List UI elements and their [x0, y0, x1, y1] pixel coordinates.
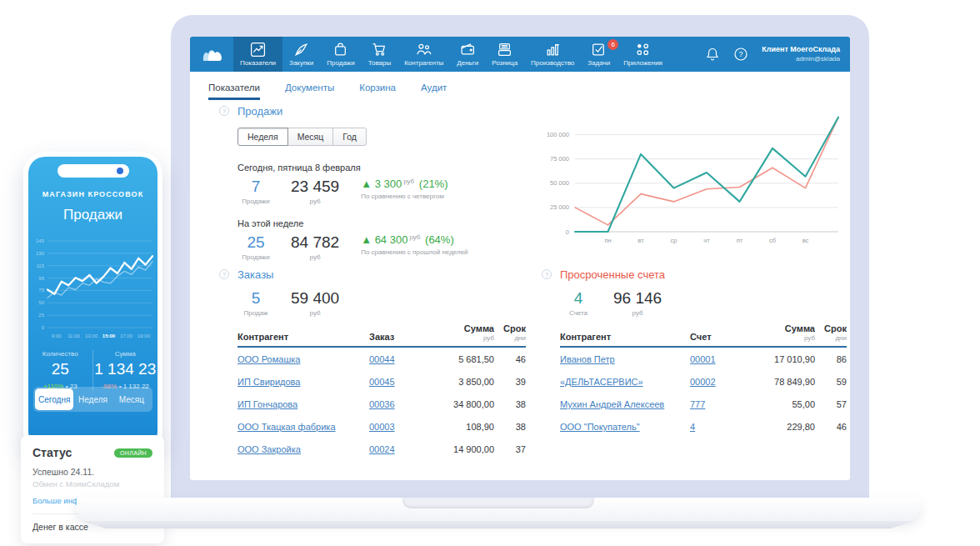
counterparty-link[interactable]: Иванов Петр — [560, 354, 615, 364]
svg-text:9:00: 9:00 — [52, 333, 62, 338]
invoice-link[interactable]: 00001 — [690, 354, 716, 364]
today-sales-count[interactable]: 7 Продажи — [238, 178, 274, 205]
phone-screen-title: Продажи — [28, 207, 158, 223]
nav-item-money[interactable]: Деньги — [450, 37, 485, 72]
order-link[interactable]: 00045 — [369, 377, 395, 387]
nav-label: Показатели — [240, 59, 276, 67]
nav-item-counterparties[interactable]: Контрагенты — [398, 37, 450, 72]
nav-label: Приложения — [623, 59, 662, 67]
nav-item-apps[interactable]: Приложения — [617, 37, 669, 72]
apps-grid-icon — [635, 42, 651, 58]
help-icon[interactable]: ? — [219, 106, 229, 116]
counterparty-link[interactable]: ООО Закройка — [238, 444, 301, 454]
notifications-bell-icon[interactable] — [705, 47, 720, 62]
counterparty-link[interactable]: ООО Ткацкая фабрика — [238, 422, 336, 432]
secondary-tabbar: Показатели Документы Корзина Аудит — [190, 72, 850, 100]
svg-text:вт: вт — [638, 237, 644, 244]
period-toggle: Неделя Месяц Год — [238, 128, 367, 146]
invoice-link[interactable]: 4 — [690, 422, 695, 432]
nav-item-indicators[interactable]: Показатели — [233, 37, 282, 72]
table-row: ИП Свиридова 00045 3 850,00 39 — [238, 370, 526, 393]
account-info[interactable]: Клиент МоегоСклада admin@sklada — [762, 45, 840, 63]
tab-audit[interactable]: Аудит — [421, 83, 447, 100]
counterparty-link[interactable]: ИП Свиридова — [238, 377, 300, 387]
purchases-icon — [293, 42, 309, 58]
counterparty-link[interactable]: ООО "Покупатель" — [560, 422, 640, 432]
overdue-count[interactable]: 4 Счета — [560, 289, 597, 317]
svg-text:75 000: 75 000 — [550, 155, 569, 163]
week-sales-count[interactable]: 25 Продажи — [238, 233, 274, 261]
nav-item-production[interactable]: Производство — [524, 37, 581, 72]
counterparty-link[interactable]: Мухин Андрей Алексеев — [560, 399, 664, 409]
tab-basket[interactable]: Корзина — [359, 83, 396, 100]
account-email: admin@sklada — [762, 55, 840, 63]
nav-item-retail[interactable]: Розница — [485, 37, 524, 72]
online-status-badge: онлайн — [114, 448, 152, 458]
nav-label: Товары — [368, 59, 392, 67]
moysklad-logo-icon[interactable] — [190, 37, 233, 72]
svg-text:17:00: 17:00 — [120, 333, 133, 338]
order-link[interactable]: 00036 — [369, 399, 395, 409]
delta-up-arrow-icon: ▲ — [361, 178, 372, 190]
overdue-table-header: Контрагент Счет Суммаруб Срокдни — [560, 323, 847, 348]
laptop-notch — [402, 498, 594, 508]
svg-text:пт: пт — [737, 237, 743, 244]
status-exchange-line: Обмен с МоимСкладом — [32, 479, 152, 488]
period-month-button[interactable]: Месяц — [288, 128, 334, 146]
delta-up-arrow-icon: ▲ — [361, 233, 372, 246]
account-name: Клиент МоегоСклада — [762, 45, 840, 54]
nav-item-goods[interactable]: Товары — [362, 37, 398, 72]
invoice-link[interactable]: 777 — [690, 399, 705, 409]
nav-label: Розница — [492, 59, 518, 67]
phone-tab-today[interactable]: Сегодня — [35, 388, 73, 410]
help-question-icon[interactable]: ? — [733, 47, 748, 62]
help-icon[interactable]: ? — [219, 269, 229, 279]
nav-item-tasks[interactable]: Задачи 6 — [581, 37, 617, 72]
table-row: Мухин Андрей Алексеев 777 55,00 57 — [560, 393, 847, 415]
svg-text:пн: пн — [604, 237, 611, 244]
table-row: ООО Ромашка 00044 5 681,50 46 — [238, 348, 526, 370]
svg-text:вс: вс — [802, 237, 809, 244]
counterparty-link[interactable]: ИП Гончарова — [238, 399, 298, 409]
counterparty-link[interactable]: «ДЕЛЬТАСЕРВИС» — [560, 377, 643, 387]
orders-section: ? Заказы 5 Продаж 59 400 руб Контрагент … — [238, 268, 526, 460]
top-navbar: Показатели Закупки Продажи Товары Контра… — [190, 37, 850, 72]
nav-item-purchases[interactable]: Закупки — [282, 37, 320, 72]
counterparty-link[interactable]: ООО Ромашка — [238, 354, 300, 364]
production-icon — [545, 42, 561, 58]
svg-text:19:00: 19:00 — [138, 333, 151, 338]
period-week-button[interactable]: Неделя — [238, 128, 288, 146]
overdue-section-title: ? Просроченные счета — [560, 268, 847, 281]
nav-item-sales[interactable]: Продажи — [320, 37, 361, 72]
table-row: ООО Ткацкая фабрика 00003 108,90 38 — [238, 415, 526, 438]
camera-dot-icon — [117, 168, 123, 174]
nav-label: Продажи — [327, 59, 354, 67]
svg-text:0: 0 — [566, 228, 569, 236]
svg-text:25: 25 — [38, 313, 44, 318]
orders-count[interactable]: 5 Продаж — [238, 289, 274, 317]
svg-text:130: 130 — [36, 251, 45, 256]
week-delta: ▲ 64 300руб (64%) По сравнению с прошлой… — [361, 233, 468, 256]
order-link[interactable]: 00003 — [369, 422, 395, 432]
money-wallet-icon — [460, 42, 476, 58]
help-icon[interactable]: ? — [542, 269, 552, 279]
order-link[interactable]: 00024 — [369, 444, 395, 454]
svg-text:0: 0 — [42, 325, 45, 330]
orders-section-title: ? Заказы — [238, 268, 526, 281]
svg-text:ср: ср — [671, 237, 678, 244]
svg-text:15:00: 15:00 — [102, 333, 116, 338]
laptop-frame: Показатели Закупки Продажи Товары Контра… — [171, 15, 869, 498]
overdue-amount: 96 146 руб — [613, 289, 662, 317]
tab-indicators[interactable]: Показатели — [208, 83, 260, 100]
period-year-button[interactable]: Год — [332, 128, 367, 146]
week-stats: 25 Продажи 84 782 руб ▲ 64 300руб (64%) … — [238, 233, 542, 261]
indicators-icon — [250, 42, 266, 58]
tab-documents[interactable]: Документы — [285, 83, 334, 100]
phone-tab-month[interactable]: Месяц — [112, 388, 151, 410]
nav-label: Деньги — [457, 59, 478, 67]
phone-tab-week[interactable]: Неделя — [73, 388, 112, 410]
order-link[interactable]: 00044 — [369, 354, 395, 364]
invoice-link[interactable]: 00002 — [690, 377, 716, 387]
counterparties-icon — [416, 42, 432, 58]
svg-text:сб: сб — [769, 237, 776, 244]
